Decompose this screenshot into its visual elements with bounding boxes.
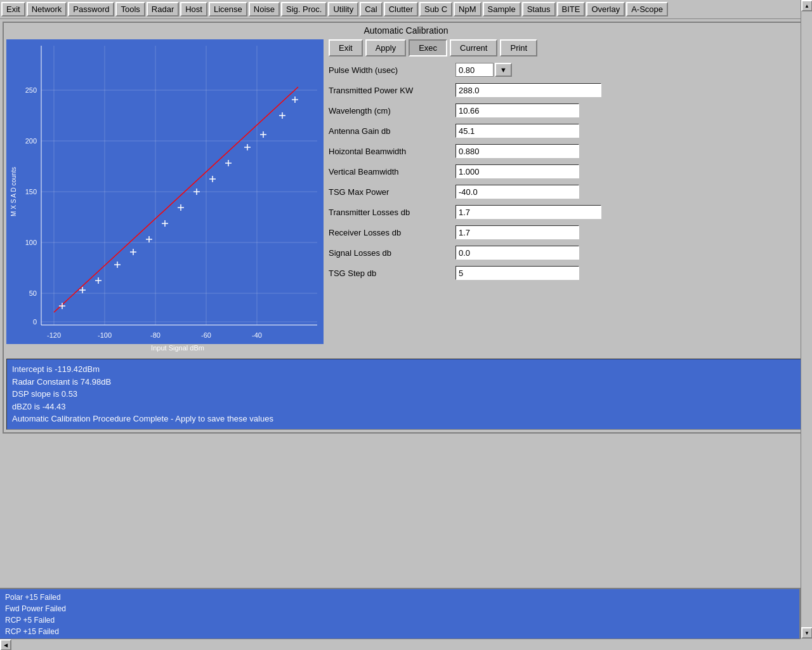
status-area: Intercept is -119.42dBm Radar Constant i… [6, 359, 806, 430]
exit-button[interactable]: Exit [329, 39, 363, 56]
tsg-max-label: TSG Max Power [329, 187, 455, 197]
right-panel: Exit Apply Exec Current Print Pulse Widt… [329, 39, 806, 359]
menu-host[interactable]: Host [180, 2, 207, 17]
svg-text:0: 0 [33, 318, 37, 326]
btn-row: Exit Apply Exec Current Print [329, 39, 806, 56]
tsg-step-row: TSG Step db [329, 266, 806, 280]
scroll-left-btn[interactable]: ◀ [0, 639, 11, 650]
menu-password[interactable]: Password [68, 2, 114, 17]
antenna-gain-row: Antenna Gain db [329, 124, 806, 138]
log-line-4: RCP +15 Failed [5, 626, 794, 637]
menu-network[interactable]: Network [27, 2, 67, 17]
scroll-up-btn[interactable]: ▲ [801, 0, 812, 11]
bottom-log: Polar +15 Failed Fwd Power Failed RCP +5… [0, 588, 801, 639]
svg-text:250: 250 [25, 86, 37, 94]
menu-utility[interactable]: Utility [328, 2, 358, 17]
tsg-max-row: TSG Max Power [329, 185, 806, 199]
menu-license[interactable]: License [209, 2, 247, 17]
tx-power-input[interactable] [455, 83, 601, 97]
status-line4: dBZ0 is -44.43 [12, 401, 800, 413]
svg-text:-100: -100 [98, 331, 112, 339]
apply-button[interactable]: Apply [365, 39, 407, 56]
horiz-bw-label: Hoizontal Beamwidth [329, 147, 455, 156]
log-line-3: RCP +5 Failed [5, 614, 794, 626]
menu-npm[interactable]: NpM [454, 2, 481, 17]
current-button[interactable]: Current [450, 39, 497, 56]
vert-bw-label: Vertical Beamwidth [329, 167, 455, 176]
status-line3: DSP slope is 0.53 [12, 388, 800, 401]
menu-status[interactable]: Status [522, 2, 556, 17]
wavelength-row: Wavelength (cm) [329, 103, 806, 117]
tx-losses-row: Transmitter Losses db [329, 205, 806, 219]
tsg-step-label: TSG Step db [329, 269, 455, 278]
wavelength-label: Wavelength (cm) [329, 106, 455, 116]
pulse-width-row: Pulse Width (usec) ▼ [329, 63, 806, 77]
tx-power-label: Transmitted Power KW [329, 86, 455, 95]
tx-losses-input[interactable] [455, 205, 601, 219]
vert-bw-input[interactable] [455, 164, 579, 178]
svg-text:-80: -80 [150, 331, 160, 339]
menu-bar: Exit Network Password Tools Radar Host L… [0, 0, 812, 19]
svg-text:200: 200 [25, 137, 37, 145]
svg-text:M X S A D  counts: M X S A D counts [10, 167, 17, 216]
menu-sig-proc[interactable]: Sig. Proc. [281, 2, 327, 17]
tsg-step-input[interactable] [455, 266, 579, 280]
svg-text:150: 150 [25, 188, 37, 196]
scroll-corner [801, 639, 812, 650]
svg-text:-120: -120 [47, 331, 61, 339]
print-button[interactable]: Print [500, 39, 537, 56]
status-line1: Intercept is -119.42dBm [12, 363, 800, 376]
rx-losses-input[interactable] [455, 225, 579, 239]
right-scrollbar: ▲ ▼ [801, 0, 812, 639]
menu-bite[interactable]: BITE [557, 2, 586, 17]
menu-exit[interactable]: Exit [1, 2, 25, 17]
wavelength-input[interactable] [455, 103, 579, 117]
pulse-width-label: Pulse Width (usec) [329, 65, 455, 75]
status-line5: Automatic Calibration Procedure Complete… [12, 413, 800, 425]
main-content: Automatic Calibration [0, 19, 812, 436]
log-line-1: Polar +15 Failed [5, 592, 794, 603]
menu-a-scope[interactable]: A-Scope [626, 2, 668, 17]
signal-losses-row: Signal Losses db [329, 246, 806, 260]
chart-svg: 250 200 150 100 50 0 M X S A D counts -1… [6, 39, 324, 357]
chart-container: 250 200 150 100 50 0 M X S A D counts -1… [6, 39, 324, 359]
exec-button[interactable]: Exec [409, 39, 447, 56]
bottom-scrollbar: ◀ ▶ [0, 639, 801, 650]
antenna-gain-label: Antenna Gain db [329, 126, 455, 136]
status-line2: Radar Constant is 74.98dB [12, 376, 800, 388]
signal-losses-input[interactable] [455, 246, 579, 260]
svg-text:Input Signal dBm: Input Signal dBm [151, 344, 204, 352]
rx-losses-row: Receiver Losses db [329, 225, 806, 239]
menu-clutter[interactable]: Clutter [384, 2, 418, 17]
rx-losses-label: Receiver Losses db [329, 228, 455, 237]
horiz-bw-input[interactable] [455, 144, 579, 158]
pulse-width-dropdown-btn[interactable]: ▼ [495, 63, 512, 77]
svg-text:100: 100 [25, 239, 37, 246]
svg-text:-60: -60 [201, 331, 211, 339]
cal-panel: Automatic Calibration [3, 22, 809, 434]
pulse-width-input-wrapper: ▼ [455, 63, 512, 77]
antenna-gain-input[interactable] [455, 124, 579, 138]
svg-text:-40: -40 [252, 331, 262, 339]
svg-text:50: 50 [29, 289, 37, 297]
cal-title: Automatic Calibration [6, 25, 806, 36]
menu-overlay[interactable]: Overlay [586, 2, 625, 17]
cal-body: 250 200 150 100 50 0 M X S A D counts -1… [6, 39, 806, 359]
menu-sub-c[interactable]: Sub C [419, 2, 452, 17]
signal-losses-label: Signal Losses db [329, 248, 455, 258]
horiz-bw-row: Hoizontal Beamwidth [329, 144, 806, 158]
menu-sample[interactable]: Sample [483, 2, 521, 17]
scroll-down-btn[interactable]: ▼ [801, 627, 812, 639]
menu-cal[interactable]: Cal [360, 2, 383, 17]
tx-losses-label: Transmitter Losses db [329, 208, 455, 217]
menu-noise[interactable]: Noise [249, 2, 280, 17]
pulse-width-input[interactable] [455, 63, 494, 77]
vert-bw-row: Vertical Beamwidth [329, 164, 806, 178]
tsg-max-input[interactable] [455, 185, 579, 199]
log-line-2: Fwd Power Failed [5, 603, 794, 614]
menu-radar[interactable]: Radar [147, 2, 179, 17]
menu-tools[interactable]: Tools [115, 2, 145, 17]
tx-power-row: Transmitted Power KW [329, 83, 806, 97]
